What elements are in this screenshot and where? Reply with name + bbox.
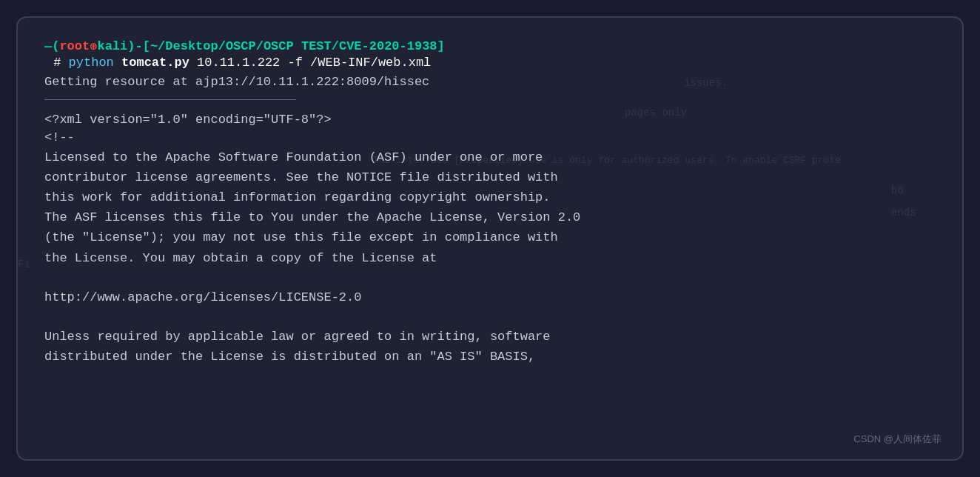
- prompt-skull: ⊛: [90, 39, 97, 54]
- cmd-script: tomcat.py: [121, 56, 189, 70]
- cmd-hash: [44, 56, 52, 70]
- terminal-content: —( root ⊛ kali )-[ ~/Desktop/OSCP/OSCP T…: [44, 39, 936, 367]
- cmd-python: python: [69, 56, 114, 70]
- bracket-dash: )-[: [127, 39, 150, 53]
- output-line-1: Getting resource at ajp13://10.11.1.222:…: [44, 73, 936, 92]
- bg-text-6: Fi: [18, 258, 30, 270]
- terminal-window: issues. pages only THE interface [Proper…: [16, 16, 964, 461]
- prompt-root: root: [59, 39, 90, 53]
- license-line-8: distributed under the License is distrib…: [44, 347, 936, 367]
- license-line-3: this work for additional information reg…: [44, 187, 936, 207]
- license-url: http://www.apache.org/licenses/LICENSE-2…: [44, 287, 936, 307]
- license-line-1: Licensed to the Apache Software Foundati…: [44, 147, 936, 167]
- command-line: # python tomcat.py 10.11.1.222 -f /WEB-I…: [44, 56, 936, 70]
- license-line-4: The ASF licenses this file to You under …: [44, 207, 936, 227]
- xml-comment-start: <!--: [44, 130, 936, 144]
- cmd-space2: [114, 56, 121, 70]
- terminal-divider: [44, 99, 296, 100]
- cmd-space1: [61, 56, 68, 70]
- bracket-open: —(: [44, 39, 59, 53]
- xml-declaration: <?xml version="1.0" encoding="UTF-8"?>: [44, 110, 936, 130]
- cmd-space3: [189, 56, 197, 70]
- license-line-6: the License. You may obtain a copy of th…: [44, 248, 936, 268]
- prompt-kali: kali: [97, 39, 127, 53]
- license-block: Licensed to the Apache Software Foundati…: [44, 147, 936, 367]
- bracket-close: ]: [437, 39, 445, 53]
- license-line-7: Unless required by applicable law or agr…: [44, 327, 936, 347]
- cmd-args: 10.11.1.222 -f /WEB-INF/web.xml: [197, 56, 431, 70]
- license-line-2: contributor license agreements. See the …: [44, 167, 936, 187]
- prompt-path: ~/Desktop/OSCP/OSCP TEST/CVE-2020-1938: [150, 39, 437, 53]
- prompt-line: —( root ⊛ kali )-[ ~/Desktop/OSCP/OSCP T…: [44, 39, 936, 54]
- prompt-hash-symbol: #: [53, 56, 61, 70]
- license-line-5: (the "License"); you may not use this fi…: [44, 227, 936, 247]
- watermark: CSDN @人间体佐菲: [853, 433, 942, 446]
